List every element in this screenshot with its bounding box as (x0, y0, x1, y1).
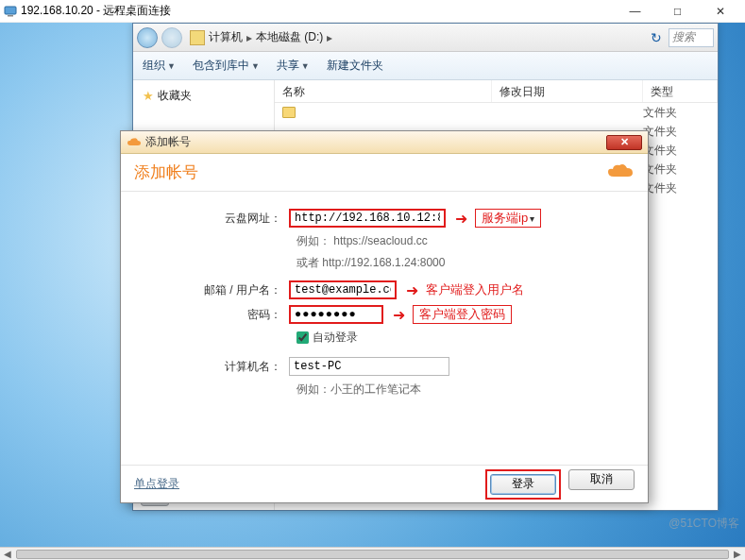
brand-cloud-icon (606, 161, 635, 184)
breadcrumb[interactable]: 计算机 ▸ 本地磁盘 (D:) ▸ (209, 29, 332, 45)
desktop-wallpaper: 计算机 ▸ 本地磁盘 (D:) ▸ ↻ 搜索 组织▼ 包含到库中▼ 共享▼ 新建… (0, 23, 745, 547)
server-url-input[interactable] (289, 209, 446, 228)
folder-icon (282, 107, 296, 118)
scroll-right-icon[interactable]: ▶ (730, 548, 745, 561)
nav-forward-button[interactable] (161, 27, 182, 48)
url-label: 云盘网址： (138, 211, 289, 227)
svg-rect-1 (8, 15, 13, 17)
chevron-right-icon: ▸ (327, 31, 332, 44)
rdp-titlebar: 192.168.10.20 - 远程桌面连接 — □ ✕ (0, 0, 745, 23)
pc-label: 计算机名： (138, 359, 289, 375)
explorer-navbar: 计算机 ▸ 本地磁盘 (D:) ▸ ↻ 搜索 (133, 24, 718, 52)
annotation-server-ip: 服务端ip▾ (475, 209, 541, 228)
include-in-library-button[interactable]: 包含到库中▼ (193, 58, 260, 74)
table-row[interactable]: 文件夹 (275, 103, 718, 122)
url-hint-2: 或者 http://192.168.1.24:8000 (296, 255, 631, 271)
breadcrumb-computer[interactable]: 计算机 (209, 29, 243, 45)
login-button[interactable]: 登录 (490, 474, 556, 495)
rdp-icon (4, 5, 17, 18)
scroll-left-icon[interactable]: ◀ (0, 548, 15, 561)
add-account-dialog: 添加帐号 ✕ 添加帐号 云盘网址： ➜ 服务端ip▾ 例如： https://s… (120, 130, 649, 503)
login-button-highlight: 登录 (485, 469, 561, 500)
nav-back-button[interactable] (137, 27, 158, 48)
arrow-right-icon: ➜ (393, 306, 405, 324)
arrow-right-icon: ➜ (406, 281, 418, 299)
dialog-heading: 添加帐号 (134, 161, 198, 183)
column-type[interactable]: 类型 (643, 80, 718, 102)
refresh-icon[interactable]: ↻ (648, 29, 665, 46)
auto-login-label: 自动登录 (313, 330, 358, 346)
cloud-icon (127, 137, 142, 148)
organize-button[interactable]: 组织▼ (143, 58, 176, 74)
user-label: 邮箱 / 用户名： (138, 282, 289, 298)
dialog-titlebar[interactable]: 添加帐号 ✕ (121, 131, 648, 154)
sso-link[interactable]: 单点登录 (134, 476, 179, 492)
addressbar-drive-icon (190, 30, 205, 45)
arrow-right-icon: ➜ (455, 210, 467, 228)
share-button[interactable]: 共享▼ (277, 58, 310, 74)
minimize-button[interactable]: — (614, 2, 656, 21)
dialog-title-text: 添加帐号 (145, 134, 191, 150)
scrollbar-thumb[interactable] (16, 550, 729, 559)
svg-rect-0 (5, 7, 16, 14)
maximize-button[interactable]: □ (656, 2, 699, 21)
column-date[interactable]: 修改日期 (492, 80, 643, 102)
auto-login-checkbox[interactable] (296, 331, 309, 344)
breadcrumb-drive[interactable]: 本地磁盘 (D:) (256, 29, 323, 45)
computer-name-input[interactable] (289, 357, 449, 376)
close-button[interactable]: ✕ (699, 2, 741, 21)
annotation-client-password: 客户端登入密码 (413, 305, 512, 324)
annotation-client-user: 客户端登入用户名 (426, 281, 524, 298)
star-icon: ★ (143, 89, 154, 103)
sidebar-favorites[interactable]: ★ 收藏夹 (143, 88, 264, 104)
rdp-title: 192.168.10.20 - 远程桌面连接 (21, 3, 171, 19)
explorer-toolbar: 组织▼ 包含到库中▼ 共享▼ 新建文件夹 (133, 52, 718, 80)
url-hint-1: 例如： https://seacloud.cc (296, 233, 631, 249)
pc-hint: 例如：小王的工作笔记本 (296, 382, 631, 398)
horizontal-scrollbar[interactable]: ◀ ▶ (0, 547, 745, 560)
new-folder-button[interactable]: 新建文件夹 (327, 58, 383, 74)
watermark: @51CTO博客 (669, 516, 739, 532)
username-input[interactable] (289, 280, 397, 299)
cancel-button[interactable]: 取消 (568, 469, 635, 490)
column-name[interactable]: 名称 (275, 80, 492, 102)
search-input[interactable]: 搜索 (669, 28, 714, 47)
chevron-right-icon: ▸ (246, 31, 252, 44)
dialog-close-button[interactable]: ✕ (606, 135, 642, 150)
password-input[interactable] (289, 305, 383, 324)
password-label: 密码： (138, 307, 289, 323)
